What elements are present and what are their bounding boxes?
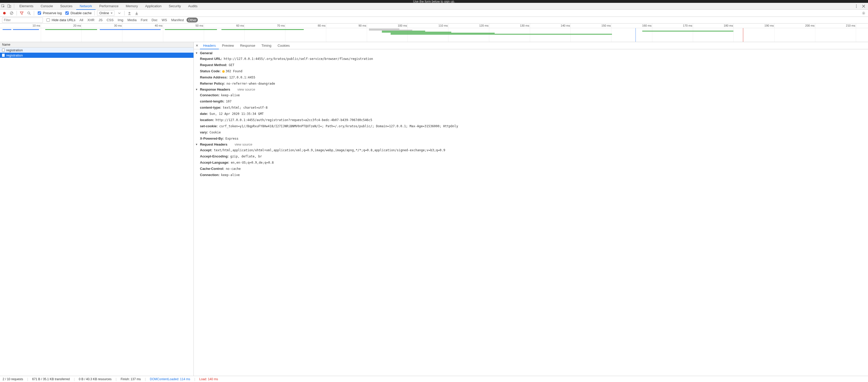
section-header[interactable]: ▼Response Headersview source <box>195 87 866 92</box>
header-value: 302 Found <box>222 69 242 74</box>
filter-type-css[interactable]: CSS <box>105 18 115 23</box>
header-value: Sun, 12 Apr 2020 11:35:34 GMT <box>210 111 264 116</box>
disable-cache-label: Disable cache <box>70 11 92 15</box>
filter-type-font[interactable]: Font <box>139 18 149 23</box>
clear-icon[interactable] <box>9 11 14 15</box>
timeline-tick: 60 ms <box>237 24 244 27</box>
filter-type-media[interactable]: Media <box>126 18 138 23</box>
header-key: content-length: <box>200 99 224 104</box>
close-devtools-icon[interactable] <box>861 4 866 8</box>
timeline-tick: 40 ms <box>155 24 162 27</box>
hide-data-urls-toggle[interactable]: Hide data URLs <box>45 18 75 23</box>
filter-type-other[interactable]: Other <box>187 18 198 23</box>
header-row: Connection:keep-alive <box>195 172 866 178</box>
filter-input[interactable] <box>2 18 43 23</box>
filter-type-ws[interactable]: WS <box>160 18 169 23</box>
status-transferred: 671 B / 35.1 KB transferred <box>32 377 70 381</box>
status-dot-icon <box>222 70 225 73</box>
timeline-tick: 130 ms <box>520 24 529 27</box>
status-domcontentloaded: DOMContentLoaded: 114 ms <box>150 377 190 381</box>
view-source-link[interactable]: view source <box>238 88 255 91</box>
request-name: registration <box>6 48 23 52</box>
record-icon[interactable] <box>2 11 7 15</box>
search-icon[interactable] <box>27 11 31 15</box>
header-value: keep-alive <box>221 93 240 98</box>
download-har-icon[interactable] <box>134 11 139 15</box>
header-key: Accept-Language: <box>200 160 229 165</box>
header-row: X-Powered-By:Express <box>195 136 866 142</box>
timeline-tick: 50 ms <box>195 24 203 27</box>
header-value: Express <box>225 136 239 141</box>
header-value: en,en-US;q=0.9,de;q=0.8 <box>231 160 274 165</box>
detail-tab-timing[interactable]: Timing <box>258 42 275 49</box>
detail-tab-preview[interactable]: Preview <box>219 42 237 49</box>
settings-icon[interactable] <box>861 11 866 15</box>
request-row[interactable]: registration <box>0 53 193 58</box>
filter-bar: Hide data URLs AllXHRJSCSSImgMediaFontDo… <box>0 17 868 24</box>
svg-line-10 <box>29 14 30 15</box>
header-key: Status Code: <box>200 69 221 74</box>
tab-console[interactable]: Console <box>37 3 57 10</box>
disclosure-triangle-icon: ▼ <box>195 51 198 55</box>
filter-type-xhr[interactable]: XHR <box>86 18 96 23</box>
header-row: Request URL:http://127.0.0.1:4455/.ory/k… <box>195 56 866 62</box>
detail-tab-cookies[interactable]: Cookies <box>274 42 293 49</box>
tab-performance[interactable]: Performance <box>96 3 122 10</box>
timeline-tick: 190 ms <box>765 24 774 27</box>
timeline[interactable]: 10 ms20 ms30 ms40 ms50 ms60 ms70 ms80 ms… <box>0 24 868 42</box>
section-title: Response Headers <box>200 88 230 91</box>
header-row: content-length:107 <box>195 98 866 105</box>
detail-tab-response[interactable]: Response <box>237 42 258 49</box>
filter-type-all[interactable]: All <box>78 18 85 23</box>
header-value: gzip, deflate, br <box>230 154 262 159</box>
header-key: Referrer Policy: <box>200 81 225 86</box>
name-column-header[interactable]: Name <box>0 42 193 47</box>
filter-icon[interactable] <box>20 11 24 15</box>
svg-point-5 <box>856 7 857 8</box>
tab-application[interactable]: Application <box>142 3 165 10</box>
preserve-log-toggle[interactable]: Preserve log <box>37 10 62 15</box>
header-key: content-type: <box>200 105 221 110</box>
throttling-select[interactable]: Online <box>97 10 115 16</box>
svg-rect-1 <box>8 5 9 7</box>
svg-point-9 <box>28 12 30 14</box>
disable-cache-toggle[interactable]: Disable cache <box>64 10 92 15</box>
kebab-icon[interactable] <box>854 4 859 8</box>
tab-memory[interactable]: Memory <box>122 3 142 10</box>
filter-type-js[interactable]: JS <box>97 18 104 23</box>
tab-elements[interactable]: Elements <box>16 3 37 10</box>
header-row: vary:Cookie <box>195 129 866 136</box>
filter-type-doc[interactable]: Doc <box>150 18 159 23</box>
header-row: Referrer Policy:no-referrer-when-downgra… <box>195 80 866 87</box>
header-row: content-type:text/html; charset=utf-8 <box>195 105 866 111</box>
close-details-icon[interactable]: ✕ <box>194 44 200 47</box>
section-header[interactable]: ▼Request Headersview source <box>195 142 866 147</box>
tab-network[interactable]: Network <box>76 3 96 10</box>
tab-sources[interactable]: Sources <box>57 3 76 10</box>
tab-security[interactable]: Security <box>165 3 184 10</box>
header-key: Connection: <box>200 93 220 98</box>
inspect-icon[interactable] <box>0 3 6 9</box>
header-value: GET <box>228 63 234 67</box>
network-toolbar: Preserve log Disable cache Online <box>0 9 868 17</box>
timeline-tick: 150 ms <box>601 24 611 27</box>
filter-type-img[interactable]: Img <box>116 18 125 23</box>
upload-har-icon[interactable] <box>127 11 132 15</box>
timeline-tick: 30 ms <box>114 24 122 27</box>
request-row[interactable]: registration <box>0 47 193 53</box>
header-value: no-referrer-when-downgrade <box>226 81 275 86</box>
header-value: text/html; charset=utf-8 <box>223 105 268 110</box>
throttling-dropdown-icon[interactable] <box>117 11 122 15</box>
tab-audits[interactable]: Audits <box>184 3 201 10</box>
header-key: date: <box>200 111 208 116</box>
detail-tab-headers[interactable]: Headers <box>200 42 219 49</box>
header-key: Remote Address: <box>200 75 227 80</box>
device-icon[interactable] <box>6 3 12 9</box>
view-source-link[interactable]: view source <box>235 142 252 146</box>
timeline-tick: 170 ms <box>683 24 692 27</box>
header-value: Cookie <box>210 130 221 135</box>
section-header[interactable]: ▼General <box>195 50 866 56</box>
filter-type-manifest[interactable]: Manifest <box>170 18 185 23</box>
status-load: Load: 140 ms <box>199 377 218 381</box>
header-value: csrf_token=y1//BqpRxuFY8Hw418/I27IJNRiBN… <box>219 124 458 129</box>
